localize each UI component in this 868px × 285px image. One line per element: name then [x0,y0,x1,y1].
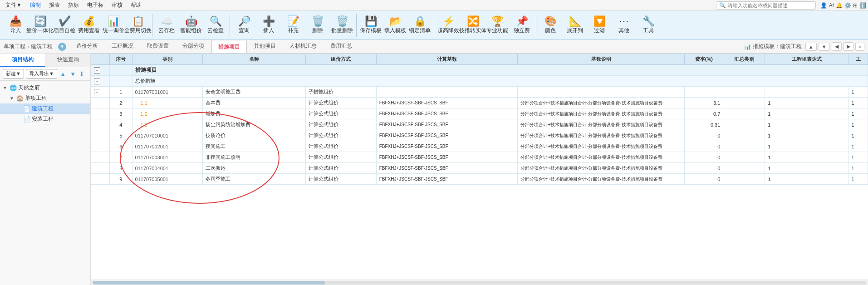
import-export-button[interactable]: 导入导出▼ [26,69,57,79]
tree-toggle-single[interactable]: ▼ [10,96,15,101]
table-row[interactable]: 2 1.1 基本费 计算公式组价 FBFXHJ+JSCSF-SBF-JSCS_S… [91,98,868,108]
save-template-button[interactable]: 💾 保存模板 [359,13,383,38]
expand-btn[interactable]: - [94,78,100,84]
expand-btn[interactable]: - [94,67,100,74]
color-button[interactable]: 🎨 颜色 [539,13,562,38]
nav-circle[interactable]: ▼ [58,43,66,51]
other-button[interactable]: ⋯ 其他 [612,13,636,38]
notification-icon[interactable]: 🔔 [836,2,843,9]
all-fee-button[interactable]: 📋 全费用切换 [126,13,150,38]
table-row[interactable]: 4 1.3 扬尘污染防治增加费 计算公式组价 FBFXHJ+JSCSF-SBF-… [91,119,868,130]
search-input[interactable] [728,3,813,8]
transfer-entity-button[interactable]: 🔀 技措转实体 [461,13,485,38]
scrollbar-thumb[interactable] [93,281,325,285]
template-left[interactable]: ◀ [832,42,842,51]
unified-button[interactable]: 🔄 量价一体化 [28,13,52,38]
batch-delete-button[interactable]: 🗑️ 批量删除 [330,13,354,38]
tab-measures[interactable]: 措施项目 [211,40,247,53]
table-row[interactable]: - 总价措施 [91,76,868,87]
self-check-button[interactable]: ✔️ 项目自检 [53,13,76,38]
cloud-save-button[interactable]: ☁️ 云存档 [155,13,178,38]
tab-project-overview[interactable]: 工程概况 [105,40,140,53]
import-button[interactable]: 📥 导入 [4,13,27,38]
arrow-down-icon[interactable]: ▼ [69,69,77,79]
insert-button[interactable]: ➕ 插入 [257,13,280,38]
tools-button[interactable]: 🔧 工具 [637,13,660,38]
cell-seq: 9 [110,174,132,185]
menu-file[interactable]: 文件▼ [2,0,25,10]
menu-help[interactable]: 帮助 [127,0,145,10]
table-row[interactable]: 7 011707003001 非夜间施工照明 计算公式组价 FBFXHJ+JSC… [91,152,868,163]
batch-delete-icon: 🗑️ [336,16,348,26]
tab-other-items[interactable]: 其他项目 [248,40,282,53]
delete-button[interactable]: 🗑️ 删除 [306,13,329,38]
cell-expand[interactable]: - [91,65,110,76]
cell-rate: 0.7 [685,108,723,119]
table-scroll[interactable]: 序号 类别 名称 组价方式 计算基数 基数说明 费率(%) 汇总类别 工程里表达… [91,54,868,280]
settings-icon[interactable]: ⚙️ [844,2,851,9]
menu-report[interactable]: 报表 [45,0,64,10]
table-row[interactable]: - 1 011707001001 安全文明施工费 子措施组价 1 [91,87,868,98]
tab-labor-materials[interactable]: 人材机汇总 [283,40,323,53]
load-template-button[interactable]: 📂 载入模板 [383,13,407,38]
download-icon[interactable]: ⬇ [79,70,84,78]
tree-toggle-root[interactable]: ▼ [3,85,8,90]
query-button[interactable]: 🔎 查询 [232,13,256,38]
standalone-button[interactable]: 📌 独立费 [510,13,534,38]
template-up[interactable]: ▲ [805,43,817,51]
sidebar-tab-structure[interactable]: 项目结构 [0,54,45,67]
tree-item-single[interactable]: ▼ 🏠 单项工程 [0,93,90,103]
cell-col1: 1 [848,152,868,163]
smart-group-button[interactable]: 🤖 智能组价 [179,13,203,38]
table-row[interactable]: 8 011707004001 二次搬运 计算公式组价 FBFXHJ+JSCSF-… [91,163,868,174]
table-row[interactable]: - 措施项目 [91,65,868,76]
grid-icon[interactable]: ⊞ [853,2,858,9]
breadcrumb-building[interactable]: 建筑工程 [31,43,53,50]
menu-index[interactable]: 指标 [64,0,83,10]
filter-button[interactable]: 🔽 过滤 [588,13,611,38]
sidebar-tab-quick[interactable]: 快速查询 [45,54,90,67]
fee-check-button[interactable]: 💰 费用查看 [77,13,101,38]
new-button[interactable]: 新建▼ [3,69,24,79]
cell-col1: 1 [848,141,868,152]
lock-clear-icon: 🔒 [414,16,426,26]
cell-expand[interactable]: - [91,76,110,87]
tree-icon-building: 📄 [23,105,30,112]
sep2 [230,14,230,37]
tab-cost-analysis[interactable]: 造价分析 [70,40,104,53]
cell-group-method: 计算公式组价 [305,98,376,108]
professional-button[interactable]: 🏆 专业功能 [485,13,509,38]
supplement-button[interactable]: 📝 补充 [281,13,305,38]
table-row[interactable]: 5 011707010001 技质论价 计算公式组价 FBFXHJ+JSCSF-… [91,130,868,141]
template-close[interactable]: × [855,43,864,51]
cell-rate: 0 [685,152,723,163]
table-row[interactable]: 9 011707005001 冬雨季施工 计算公式组价 FBFXHJ+JSCSF… [91,174,868,185]
tree-item-building[interactable]: 📄 建筑工程 [0,103,90,114]
table-row[interactable]: 6 011707002001 夜间施工 计算公式组价 FBFXHJ+JSCSF-… [91,141,868,152]
tab-fee-summary[interactable]: 费用汇总 [324,40,358,53]
cloud-check-button[interactable]: 🔍 云检查 [204,13,227,38]
lock-clear-button[interactable]: 🔒 锁定清单 [408,13,432,38]
insert-label: 插入 [263,27,274,34]
arrow-up-icon[interactable]: ▲ [59,69,67,79]
unified-price-button[interactable]: 📊 统一调价 [102,13,125,38]
breadcrumb-single[interactable]: 单项工程 [4,43,25,50]
menu-edit[interactable]: 编制 [26,0,44,10]
cell-col1: 1 [848,98,868,108]
tree-item-root[interactable]: ▼ 🌐 天然之府 [0,83,90,93]
expand-button[interactable]: 📐 展开到 [563,13,587,38]
info-icon[interactable]: ℹ️ [859,2,866,9]
cell-expr: 1 [765,141,848,152]
expand-btn[interactable]: - [94,89,100,95]
table-row[interactable]: 3 1.2 增加费 计算公式组价 FBFXHJ+JSCSF-SBF-JSCS_S… [91,108,868,119]
template-right[interactable]: ▶ [843,42,853,51]
tree-item-install[interactable]: 📄 安装工程 [0,114,90,124]
super-efficiency-button[interactable]: ⚡ 超高降效 [436,13,460,38]
menu-ebid[interactable]: 电子标 [83,0,107,10]
tab-fee-settings[interactable]: 取费设置 [141,40,175,53]
menu-review[interactable]: 审核 [108,0,126,10]
cell-num: 011707010001 [132,130,203,141]
tab-partial[interactable]: 分部分项 [176,40,211,53]
cell-expr: 1 [765,130,848,141]
template-down[interactable]: ▼ [819,43,830,51]
